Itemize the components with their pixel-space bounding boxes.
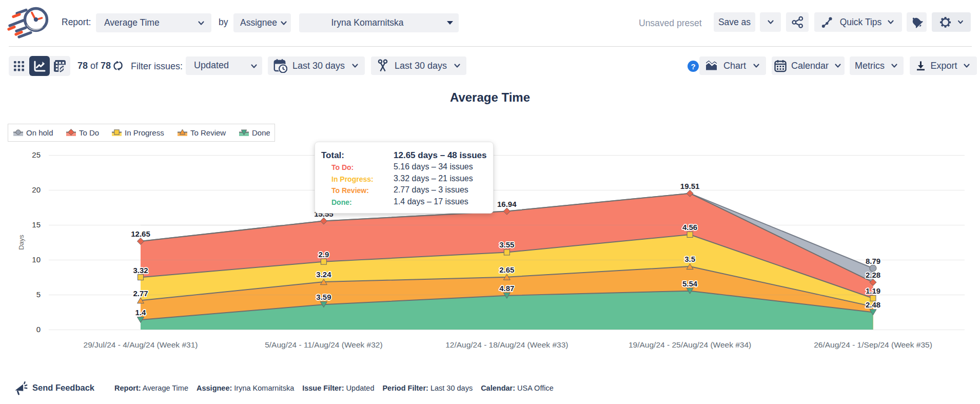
svg-text:25: 25 bbox=[32, 150, 41, 159]
svg-text:12.65: 12.65 bbox=[131, 229, 150, 238]
svg-text:2.65: 2.65 bbox=[499, 265, 514, 274]
svg-text:2.48: 2.48 bbox=[866, 300, 880, 309]
svg-text:To Do: To Do bbox=[79, 128, 99, 137]
svg-text:2.9: 2.9 bbox=[318, 250, 329, 259]
svg-text:On hold: On hold bbox=[26, 128, 53, 137]
svg-text:2.28: 2.28 bbox=[866, 271, 880, 279]
svg-text:15: 15 bbox=[32, 220, 41, 229]
svg-text:4.56: 4.56 bbox=[682, 223, 697, 232]
svg-text:8.79: 8.79 bbox=[866, 257, 880, 265]
svg-text:3.5: 3.5 bbox=[684, 255, 695, 263]
svg-text:1.4: 1.4 bbox=[135, 308, 147, 317]
svg-text:19/Aug/24 - 25/Aug/24 (Week #3: 19/Aug/24 - 25/Aug/24 (Week #34) bbox=[629, 340, 751, 349]
svg-text:20: 20 bbox=[32, 185, 41, 194]
svg-text:To Review: To Review bbox=[190, 128, 226, 137]
svg-text:5: 5 bbox=[36, 290, 41, 299]
svg-text:5/Aug/24 - 11/Aug/24 (Week #32: 5/Aug/24 - 11/Aug/24 (Week #32) bbox=[265, 340, 383, 349]
svg-text:1.19: 1.19 bbox=[866, 286, 880, 295]
svg-text:19.51: 19.51 bbox=[680, 182, 700, 190]
svg-text:In Progress: In Progress bbox=[125, 128, 164, 137]
svg-text:5.54: 5.54 bbox=[682, 279, 698, 288]
svg-text:26/Aug/24 - 1/Sep/24 (Week #35: 26/Aug/24 - 1/Sep/24 (Week #35) bbox=[814, 340, 932, 349]
svg-text:Days: Days bbox=[17, 235, 25, 250]
svg-text:2.77: 2.77 bbox=[133, 289, 148, 298]
svg-text:4.87: 4.87 bbox=[499, 284, 514, 293]
svg-text:3.59: 3.59 bbox=[316, 293, 331, 301]
svg-text:Done: Done bbox=[252, 128, 270, 137]
svg-text:10: 10 bbox=[32, 255, 41, 264]
svg-text:0: 0 bbox=[36, 325, 41, 334]
svg-text:3.24: 3.24 bbox=[316, 270, 331, 279]
svg-text:16.94: 16.94 bbox=[497, 200, 517, 208]
svg-text:29/Jul/24 - 4/Aug/24 (Week #31: 29/Jul/24 - 4/Aug/24 (Week #31) bbox=[84, 340, 198, 349]
svg-text:3.55: 3.55 bbox=[499, 240, 514, 249]
svg-text:12/Aug/24 - 18/Aug/24 (Week #3: 12/Aug/24 - 18/Aug/24 (Week #33) bbox=[445, 340, 568, 349]
svg-text:3.32: 3.32 bbox=[133, 266, 148, 275]
